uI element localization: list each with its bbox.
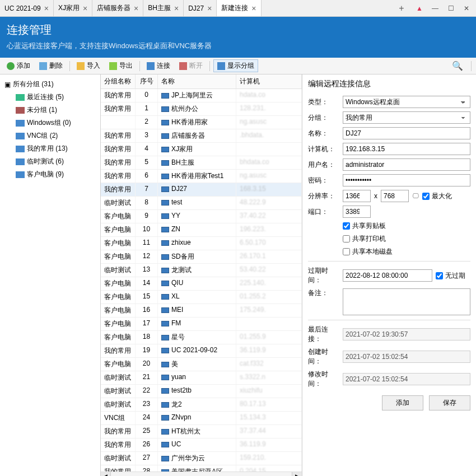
tab-4[interactable]: DJ27× bbox=[184, 0, 217, 16]
tab-close-icon[interactable]: × bbox=[134, 4, 138, 13]
import-icon bbox=[77, 62, 85, 70]
delete-button[interactable]: 删除 bbox=[36, 60, 66, 72]
table-row[interactable]: 客户电脑20美cat.f332 bbox=[101, 358, 302, 371]
horizontal-scrollbar[interactable]: ◀▶ bbox=[101, 472, 302, 476]
tab-close-icon[interactable]: × bbox=[44, 4, 49, 13]
password-input[interactable] bbox=[343, 174, 470, 186]
table-row[interactable]: 客户电脑9YY37.40.22 bbox=[101, 210, 302, 223]
table-row[interactable]: 我的常用25HT杭州太37.37.44 bbox=[101, 425, 302, 438]
table-row[interactable]: 我的常用1杭州办公128.231. bbox=[101, 102, 302, 116]
table-row[interactable]: 我的常用0JP上海阿里云hdata.co bbox=[101, 89, 302, 102]
import-button[interactable]: 导入 bbox=[73, 60, 104, 72]
titlebar: UC 2021-09×XJ家用×店铺服务器×BH主服×DJ27×新建连接× + … bbox=[0, 0, 476, 17]
label-name: 名称： bbox=[308, 129, 339, 138]
tree-item-1[interactable]: 未分组 (1) bbox=[2, 104, 98, 116]
form-add-button[interactable]: 添加 bbox=[382, 395, 423, 410]
tree-item-4[interactable]: 我的常用 (13) bbox=[2, 142, 98, 155]
username-input[interactable] bbox=[343, 158, 470, 171]
col-pc[interactable]: 计算机 bbox=[236, 74, 302, 88]
tab-close-icon[interactable]: × bbox=[207, 4, 212, 13]
tab-0[interactable]: UC 2021-09× bbox=[0, 0, 54, 16]
tab-5[interactable]: 新建连接× bbox=[217, 0, 261, 16]
table-row[interactable]: 我的常用7DJ27168.3.15 bbox=[101, 183, 302, 197]
table-row[interactable]: 我的常用5BH主服bhdata.co bbox=[101, 156, 302, 170]
table-row[interactable]: 客户电脑12SD备用26.170.1 bbox=[101, 250, 302, 264]
table-row[interactable]: 客户电脑16MEI175.249. bbox=[101, 304, 302, 318]
tab-1[interactable]: XJ家用× bbox=[54, 0, 92, 16]
add-button[interactable]: 添加 bbox=[3, 60, 34, 72]
table-row[interactable]: 我的常用4XJ家用 bbox=[101, 143, 302, 156]
col-group[interactable]: 分组名称 bbox=[101, 74, 136, 88]
share-disk-checkbox[interactable]: 共享本地磁盘 bbox=[343, 247, 393, 256]
export-icon bbox=[109, 62, 117, 70]
table-row[interactable]: 我的常用19UC 2021-09-0236.119.9 bbox=[101, 344, 302, 358]
monitor-icon bbox=[161, 200, 169, 206]
col-name[interactable]: 名称 bbox=[158, 74, 236, 88]
table-row[interactable]: 我的常用3店铺服务器.bhdata. bbox=[101, 129, 302, 143]
maximize-checkbox[interactable]: 最大化 bbox=[422, 192, 452, 201]
table-row[interactable]: 临时测试22test2tbxiuzhifu bbox=[101, 385, 302, 398]
monitor-icon[interactable]: 🖵 bbox=[412, 192, 419, 200]
tab-3[interactable]: BH主服× bbox=[143, 0, 184, 16]
monitor-icon bbox=[161, 456, 169, 461]
table-row[interactable]: 客户电脑18星号01.255.9 bbox=[101, 331, 302, 344]
tab-close-icon[interactable]: × bbox=[251, 4, 256, 13]
monitor-icon bbox=[161, 106, 169, 112]
monitor-icon bbox=[161, 281, 169, 286]
tree-item-2[interactable]: Windows组 (0) bbox=[2, 116, 98, 129]
table-row[interactable]: 临时测试13龙测试53.40.22 bbox=[101, 264, 302, 277]
table-row[interactable]: 我的常用26UC36.119.9 bbox=[101, 438, 302, 452]
table-row[interactable]: 客户电脑14QIU225.140. bbox=[101, 277, 302, 291]
table-row[interactable]: 客户电脑17FM bbox=[101, 318, 302, 331]
table-row[interactable]: 临时测试21yuans.3322.n bbox=[101, 371, 302, 385]
res-height-input[interactable] bbox=[381, 190, 409, 202]
folder-icon bbox=[16, 120, 25, 127]
label-type: 类型： bbox=[308, 97, 339, 107]
showgroup-button[interactable]: 显示分组 bbox=[213, 59, 258, 72]
connect-button[interactable]: 连接 bbox=[143, 60, 174, 72]
close-button[interactable]: ✕ bbox=[463, 4, 470, 12]
tab-close-icon[interactable]: × bbox=[174, 4, 179, 13]
table-row[interactable]: 我的常用28美国弗吉尼亚A区0.204.15 bbox=[101, 465, 302, 472]
type-select[interactable]: Windows远程桌面 bbox=[343, 96, 470, 108]
user-icon[interactable]: ▲ bbox=[416, 4, 423, 12]
expire-input[interactable] bbox=[343, 269, 432, 282]
name-input[interactable] bbox=[343, 127, 470, 139]
res-width-input[interactable] bbox=[343, 190, 371, 202]
window-controls: ▲ — ☐ ✕ bbox=[410, 0, 476, 16]
disconnect-button[interactable]: 断开 bbox=[176, 60, 206, 72]
label-created: 创建时间： bbox=[308, 347, 339, 366]
tab-close-icon[interactable]: × bbox=[83, 4, 87, 13]
share-clipboard-checkbox[interactable]: 共享剪贴板 bbox=[343, 221, 386, 231]
tree-item-5[interactable]: 临时测试 (6) bbox=[2, 155, 98, 168]
form-save-button[interactable]: 保存 bbox=[429, 395, 470, 410]
table-row[interactable]: 临时测试23龙280.17.13 bbox=[101, 398, 302, 412]
computer-input[interactable] bbox=[343, 143, 470, 155]
port-input[interactable] bbox=[343, 206, 371, 218]
table-row[interactable]: 临时测试27广州华为云159.210. bbox=[101, 452, 302, 465]
table-row[interactable]: 客户电脑11zhixue6.50.170 bbox=[101, 237, 302, 250]
tree-item-3[interactable]: VNC组 (2) bbox=[2, 129, 98, 142]
table-row[interactable]: 临时测试8test48.222.9 bbox=[101, 197, 302, 210]
table-row[interactable]: 客户电脑15XL01.255.2 bbox=[101, 291, 302, 304]
table-row[interactable]: VNC组24ZNvpn15.134.3 bbox=[101, 412, 302, 425]
maximize-button[interactable]: ☐ bbox=[447, 4, 455, 12]
new-tab-button[interactable]: + bbox=[393, 0, 410, 16]
noexpire-checkbox[interactable]: 无过期 bbox=[436, 271, 465, 281]
tree-item-6[interactable]: 客户电脑 (9) bbox=[2, 168, 98, 181]
share-printer-checkbox[interactable]: 共享打印机 bbox=[343, 234, 386, 244]
tab-2[interactable]: 店铺服务器× bbox=[92, 0, 143, 16]
table-row[interactable]: 我的常用6HK香港用家Test1ng.asusc bbox=[101, 170, 302, 183]
table-row[interactable]: 2HK香港用家ng.asusc bbox=[101, 116, 302, 129]
disconnect-icon bbox=[179, 62, 187, 70]
group-select[interactable]: 我的常用 bbox=[343, 111, 470, 124]
tree-root[interactable]: ▣所有分组 (31) bbox=[2, 78, 98, 91]
remark-textarea[interactable] bbox=[343, 288, 470, 315]
col-seq[interactable]: 序号 bbox=[136, 74, 158, 88]
minimize-button[interactable]: — bbox=[431, 4, 439, 12]
monitor-icon bbox=[161, 160, 169, 166]
export-button[interactable]: 导出 bbox=[106, 60, 136, 72]
tree-item-0[interactable]: 最近连接 (5) bbox=[2, 91, 98, 104]
table-row[interactable]: 客户电脑10ZN196.223. bbox=[101, 223, 302, 237]
search-icon[interactable]: 🔍 bbox=[447, 60, 468, 71]
